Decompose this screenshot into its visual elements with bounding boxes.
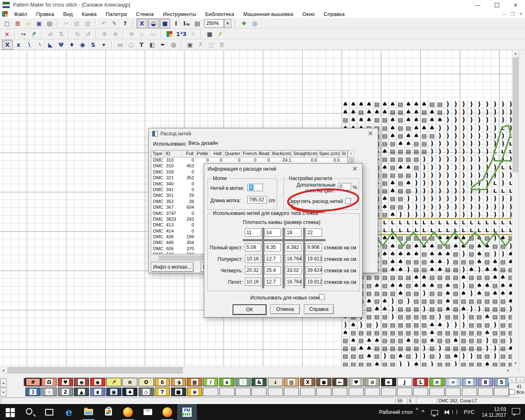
color-picker-tool-icon[interactable]: ✒ (158, 40, 168, 49)
extra-threads-field[interactable]: 0 (338, 183, 351, 190)
oval-select-tool-icon[interactable]: ◌ (126, 40, 136, 49)
menu-item-8[interactable]: Машинная вышивка (239, 11, 298, 18)
palette-swatch[interactable]: J (397, 378, 412, 386)
stitch-dropdown-icon[interactable]: ▾ (99, 40, 109, 49)
density-field-18[interactable]: 18 (285, 228, 301, 237)
skeins-info-button[interactable]: Инфо о мотках... (151, 262, 194, 272)
mdi-close-button[interactable]: ✕ (517, 11, 525, 17)
pattern-info-icon[interactable]: ▤ (192, 19, 202, 28)
full-cross-tool-icon[interactable]: X (2, 40, 13, 50)
palette-swatch-empty[interactable] (219, 388, 235, 396)
minimize-button[interactable]: — (468, 0, 487, 10)
palette-swatch[interactable]: ↓ (268, 378, 283, 386)
palette-swatch[interactable]: ∩ (429, 378, 445, 386)
palette-swatch[interactable]: ♥ (58, 378, 73, 386)
palette-swatch[interactable]: Ⅱ (478, 378, 493, 386)
taskbar-firefox-icon[interactable] (118, 404, 138, 420)
scroll-left-icon[interactable]: ◄ (0, 367, 7, 374)
palette-swatch[interactable]: ◇ (139, 388, 154, 396)
palette-down-icon[interactable]: ▼ (0, 388, 7, 397)
view-half-stitches-icon[interactable]: ◒ (148, 18, 159, 28)
scroll-left-icon[interactable]: ‹ (151, 255, 157, 261)
tray-chevron-icon[interactable]: ^ (418, 409, 428, 415)
palette-swatch-empty[interactable] (397, 388, 412, 396)
usage-field[interactable]: 9.906 (306, 243, 322, 251)
column-header-straightcm[interactable]: Straight(cm) (292, 151, 318, 158)
palette-swatch-empty[interactable] (429, 388, 445, 396)
palette-swatch-empty[interactable] (316, 388, 331, 396)
dialog-title-bar[interactable]: Информация о расходе нитей ✕ (204, 164, 362, 174)
table-row[interactable]: DMC31000000024.10.00.0 (151, 158, 347, 163)
palette-swatch[interactable]: ♠ (122, 388, 137, 396)
taskbar-task-view-icon[interactable] (39, 404, 59, 420)
palette-swatch-empty[interactable] (268, 388, 283, 396)
menu-item-9[interactable]: Окно (298, 11, 319, 18)
mdi-restore-button[interactable]: ❐ (509, 11, 517, 17)
usage-field[interactable]: 19.812 (306, 278, 322, 286)
palette-swatch-empty[interactable] (445, 388, 461, 396)
save-file-icon[interactable]: ▣ (34, 19, 44, 28)
palette-swatch-empty[interactable] (349, 388, 364, 396)
palette-swatch[interactable]: ◆ (90, 378, 105, 386)
column-header-type[interactable]: Type (151, 151, 164, 158)
view-backstitch-icon[interactable]: I (171, 19, 181, 28)
overlay-crosses-icon[interactable]: ✗ (215, 30, 225, 39)
palette-swatch[interactable]: ◖ (90, 388, 105, 396)
zoom-value[interactable]: 250% (204, 19, 224, 27)
palette-swatch-empty[interactable] (284, 388, 299, 396)
column-header-half[interactable]: Half (210, 151, 224, 158)
scroll-down-icon[interactable]: ▼ (512, 360, 518, 366)
taskbar-firefox-2-icon[interactable] (158, 404, 177, 420)
rect-select-tool-icon[interactable]: ▭ (115, 40, 125, 49)
palette-swatch-empty[interactable] (300, 388, 315, 396)
palette-swatch-empty[interactable] (413, 388, 428, 396)
palette-prev-icon[interactable]: ← (508, 377, 516, 383)
palette-all-toggle[interactable]: Все (506, 389, 524, 395)
dialog-title-bar[interactable]: Расход нитей ✕ (149, 128, 378, 139)
usage-field[interactable]: 6.35 (265, 243, 281, 251)
help-icon[interactable]: ? (120, 19, 130, 28)
usage-field[interactable]: 20.32 (245, 266, 261, 274)
palette-swatch[interactable]: ☆ (41, 388, 57, 396)
half-cross-tool-icon[interactable]: ∖ (24, 40, 34, 49)
palette-swatch-empty[interactable] (381, 388, 396, 396)
palette-swatch[interactable]: Ω (41, 378, 57, 386)
canvas-vertical-scrollbar[interactable]: ▲ ▼ (512, 50, 518, 366)
palette-swatch[interactable]: / (203, 378, 218, 386)
palette-swatch[interactable]: ▣ (106, 388, 121, 396)
canvas-horizontal-scrollbar[interactable]: ◄ ► (0, 366, 518, 374)
menu-item-10[interactable]: Справка (319, 11, 349, 18)
mdi-minimize-button[interactable]: — (500, 11, 509, 16)
special-stitch-tool-icon[interactable]: S (88, 40, 98, 49)
clock[interactable]: 12:03 14.11.2017 (478, 406, 510, 418)
palette-swatch[interactable]: ⊘ (365, 378, 380, 386)
close-icon[interactable]: ✕ (366, 130, 374, 137)
palette-swatch[interactable]: ▨ (284, 378, 299, 386)
column-header-id[interactable]: ID (164, 151, 182, 158)
palette-swatch[interactable]: 2 (58, 388, 73, 396)
column-header-full[interactable]: Full (182, 151, 196, 158)
column-header-sl[interactable]: Sl (340, 151, 347, 158)
menu-item-5[interactable]: Стежок (131, 11, 158, 18)
column-header-bead[interactable]: Bead (258, 151, 271, 158)
usage-field[interactable]: 25.4 (265, 266, 281, 274)
scroll-right-icon[interactable]: ► (505, 367, 511, 374)
palette-swatch-empty[interactable] (203, 388, 218, 396)
petite-cross-tool-icon[interactable]: x (14, 40, 23, 49)
taskbar-file-explorer-icon[interactable] (79, 404, 98, 420)
palette-swatch[interactable]: ♡ (235, 378, 251, 386)
palette-swatch[interactable]: = (445, 378, 461, 386)
palette-swatch[interactable]: ← (332, 378, 347, 386)
palette-swatch[interactable]: ♥ (349, 378, 364, 386)
taskbar-pattern-maker-icon[interactable]: PM (177, 404, 197, 420)
palette-next-icon[interactable]: → (516, 377, 524, 383)
palette-swatch[interactable]: ∧ (219, 378, 235, 386)
palette-swatch[interactable]: # (25, 378, 41, 386)
zoom-combo[interactable]: 250%▼ (204, 19, 231, 28)
desktop-toolbar[interactable]: Рабочий стол » (376, 409, 418, 415)
vscroll-thumb[interactable] (513, 57, 518, 172)
copy-color-stitches-icon[interactable]: ↪ (18, 30, 28, 39)
delete-selection-icon[interactable]: × (2, 30, 12, 39)
palette-swatch-empty[interactable] (251, 388, 267, 396)
menu-item-0[interactable]: Файл (9, 11, 32, 18)
